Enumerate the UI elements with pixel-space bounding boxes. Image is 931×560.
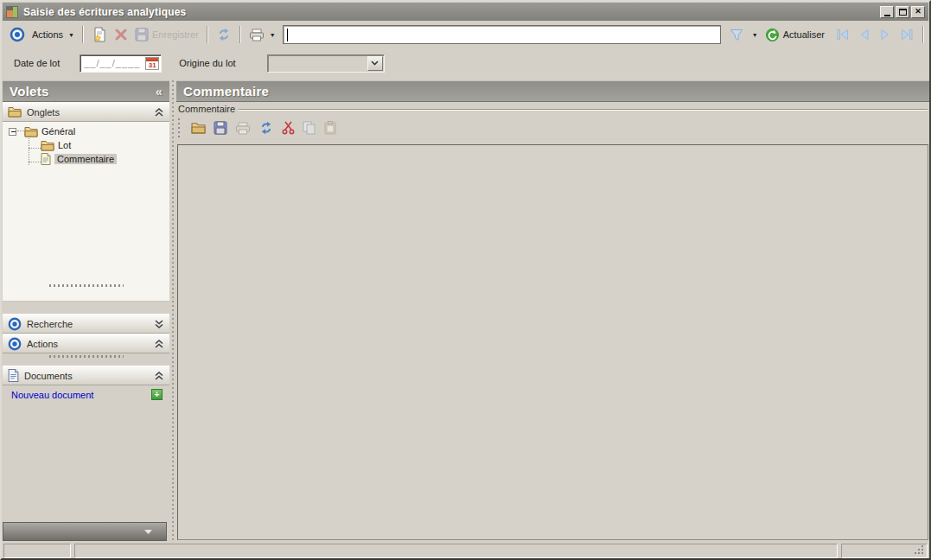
folder-icon: [41, 140, 54, 151]
filter-funnel-icon: [730, 29, 743, 41]
combo-dropdown-button[interactable]: [367, 56, 383, 71]
close-button[interactable]: ✕: [911, 6, 925, 18]
toolbar-separator: [922, 26, 924, 43]
nav-first-icon: [835, 29, 851, 41]
new-document-link[interactable]: Nouveau document: [11, 390, 93, 400]
cut-button[interactable]: [282, 121, 295, 135]
tree-item-general[interactable]: Général: [9, 124, 75, 138]
tree-item-commentaire[interactable]: Commentaire: [41, 152, 117, 166]
main-toolbar: Actions ▼ Enregistrer: [3, 22, 928, 48]
nav-next-button[interactable]: [875, 27, 896, 42]
section-recherche[interactable]: Recherche: [3, 314, 169, 334]
lot-filter-row: Date de lot __/__/____ 31 Origine du lot: [3, 48, 928, 79]
paste-clipboard-icon: [323, 121, 337, 135]
chevron-double-up-icon[interactable]: [154, 108, 164, 117]
delete-button[interactable]: [111, 26, 131, 43]
origine-lot-label: Origine du lot: [179, 58, 235, 68]
refresh-icon: [765, 28, 780, 42]
section-actions[interactable]: Actions: [3, 334, 169, 353]
status-cell-left: [3, 544, 71, 558]
chevron-double-up-icon[interactable]: [154, 340, 164, 348]
main-panel-header: Commentaire: [176, 80, 929, 102]
sidebar-header[interactable]: Volets «: [3, 80, 169, 102]
save-icon: [135, 28, 149, 41]
nav-first-button[interactable]: [832, 27, 854, 42]
window-title: Saisie des écritures analytiques: [23, 6, 187, 18]
commentaire-toolbar: [178, 117, 337, 139]
title-bar: Saisie des écritures analytiques ✕: [3, 3, 928, 21]
recherche-target-icon: [8, 317, 22, 331]
nav-next-icon: [878, 29, 892, 41]
nav-last-button[interactable]: [896, 27, 918, 42]
chevron-double-down-icon[interactable]: [154, 320, 164, 328]
new-document-icon: [92, 27, 107, 42]
tree-label-lot: Lot: [58, 140, 71, 150]
filter-dropdown-button[interactable]: ▼: [747, 30, 762, 40]
sync-button[interactable]: [213, 26, 235, 43]
resize-grip-icon[interactable]: [914, 544, 924, 555]
origine-lot-select[interactable]: [267, 54, 385, 73]
section-recherche-label: Recherche: [27, 319, 73, 329]
toolbar-separator: [239, 26, 241, 43]
chevron-double-up-icon[interactable]: [154, 372, 164, 380]
filter-button[interactable]: [726, 27, 747, 43]
print-comment-button[interactable]: [235, 122, 251, 135]
tree-expander-icon[interactable]: [9, 128, 16, 136]
application-window: Saisie des écritures analytiques ✕ Actio…: [0, 0, 931, 560]
comment-text-area[interactable]: [177, 144, 928, 540]
section-onglets[interactable]: Onglets: [3, 102, 169, 122]
copy-icon: [303, 121, 316, 135]
print-button[interactable]: ▼: [246, 27, 279, 43]
section-actions-label: Actions: [27, 339, 58, 349]
sidebar-volets: Volets « Onglets G: [3, 80, 169, 542]
save-comment-button[interactable]: [214, 121, 227, 135]
toolbar-grip[interactable]: [178, 118, 180, 137]
sidebar-bottom-bar[interactable]: [3, 522, 167, 541]
add-document-button[interactable]: +: [151, 389, 163, 400]
arrow-down-icon: [143, 529, 153, 535]
date-mask: __/__/____: [80, 58, 140, 68]
tree-item-lot[interactable]: Lot: [41, 138, 71, 152]
refresh-button[interactable]: Actualiser: [762, 26, 828, 44]
date-lot-field[interactable]: __/__/____ 31: [80, 54, 162, 73]
refresh-label: Actualiser: [783, 29, 825, 40]
plus-icon: +: [155, 391, 160, 399]
nav-last-icon: [899, 29, 915, 41]
toolbar-separator: [82, 26, 84, 43]
copy-button[interactable]: [303, 121, 316, 135]
maximize-button[interactable]: [896, 6, 909, 18]
section-onglets-label: Onglets: [27, 107, 60, 118]
section-documents[interactable]: Documents: [3, 366, 169, 385]
nav-previous-button[interactable]: [854, 27, 875, 42]
search-field-frame: [283, 25, 721, 44]
document-icon: [41, 153, 51, 165]
save-button[interactable]: Enregistrer: [131, 26, 202, 43]
new-button[interactable]: [88, 25, 111, 44]
scissors-icon: [282, 121, 295, 135]
print-dropdown-arrow-icon: ▼: [270, 32, 276, 38]
paste-button[interactable]: [323, 121, 337, 135]
close-icon: ✕: [915, 8, 921, 16]
printer-icon: [249, 29, 265, 41]
sidebar-splitter-handle[interactable]: [49, 284, 124, 287]
panel-splitter[interactable]: [169, 80, 176, 542]
search-input[interactable]: [284, 27, 719, 42]
main-panel-title: Commentaire: [183, 84, 269, 99]
sync-comment-button[interactable]: [258, 121, 274, 135]
actions-label: Actions: [32, 29, 63, 40]
folder-icon: [8, 106, 22, 118]
sync-icon: [216, 28, 232, 41]
actions-menu-button[interactable]: Actions ▼: [29, 28, 78, 41]
maximize-icon: [899, 9, 907, 16]
sidebar-splitter-handle[interactable]: [49, 355, 124, 358]
main-panel: Commentaire Commentaire: [176, 80, 929, 542]
toolbar-separator: [207, 26, 208, 43]
calendar-icon[interactable]: 31: [145, 57, 159, 70]
minimize-button[interactable]: [880, 6, 894, 18]
collapse-sidebar-icon[interactable]: «: [156, 85, 163, 99]
status-cell-right: [841, 544, 928, 558]
status-bar: [3, 543, 930, 559]
tree-label-commentaire: Commentaire: [54, 154, 117, 164]
open-button[interactable]: [191, 122, 206, 134]
save-label: Enregistrer: [152, 29, 199, 40]
